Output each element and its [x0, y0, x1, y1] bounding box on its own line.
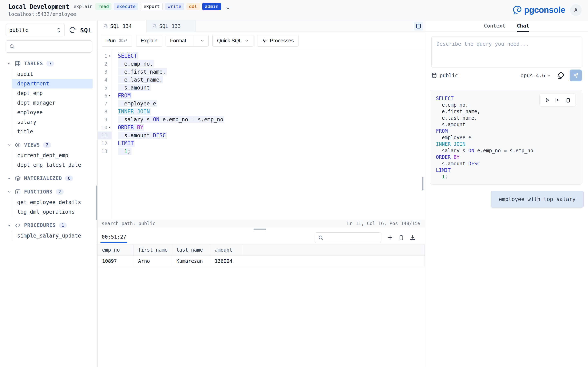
chat-prompt-input[interactable] — [432, 36, 582, 68]
tree-item-log-dml-operations[interactable]: log_dml_operations — [12, 207, 93, 217]
processes-label: Processes — [270, 38, 294, 44]
format-chevron-down-icon[interactable] — [196, 35, 208, 47]
quick-sql-button[interactable]: Quick SQL — [212, 35, 253, 47]
section-label: TABLES — [24, 61, 43, 67]
code-line: e.last_name, — [436, 115, 582, 121]
tree-item-current-dept-emp[interactable]: current_dept_emp — [12, 151, 93, 160]
insert-to-editor-icon[interactable] — [555, 97, 561, 103]
tree-item-salary[interactable]: salary — [12, 117, 93, 127]
gutter-line[interactable]: 12 — [98, 140, 112, 147]
code-line: salary s ON e.emp_no = s.emp_no — [118, 116, 425, 124]
tree-header-functions[interactable]: FUNCTIONS 2 — [0, 187, 98, 197]
tree-item-dept-emp-latest-date[interactable]: dept_emp_latest_date — [12, 160, 93, 170]
gutter-line[interactable]: 6▾ — [98, 92, 112, 100]
editor-toolbar: Run ⌘↵ Explain Format Quick SQL Processe… — [98, 32, 425, 49]
search-path-status: search_path: public — [102, 221, 155, 226]
gutter-line[interactable]: 9 — [98, 116, 112, 124]
column-header-emp-no[interactable]: emp_no — [98, 244, 134, 256]
gutter-line[interactable]: 4 — [98, 76, 112, 84]
column-header-filler — [242, 244, 425, 256]
format-button[interactable]: Format — [166, 35, 209, 47]
chat-schema-chip[interactable]: public — [432, 73, 458, 78]
fold-arrow-icon[interactable]: ▾ — [107, 124, 112, 132]
add-result-tab-icon[interactable] — [387, 234, 393, 241]
copy-results-icon[interactable] — [398, 234, 404, 241]
sql-mode-label[interactable]: SQL — [80, 27, 92, 34]
editor-gutter: 1▾23456▾78910▾111213 — [98, 49, 112, 219]
gutter-line[interactable]: 5 — [98, 84, 112, 92]
table-row[interactable]: 10897 Arno Kumaresan 136004 — [98, 256, 425, 267]
gutter-line[interactable]: 8 — [98, 108, 112, 116]
code-line: LIMIT — [118, 140, 425, 147]
tree-header-views[interactable]: VIEWS 2 — [0, 140, 98, 150]
clear-chat-button[interactable] — [557, 71, 565, 80]
tree-item-audit[interactable]: audit — [12, 69, 93, 79]
gutter-line[interactable]: 13 — [98, 147, 112, 155]
tree-item-title[interactable]: title — [12, 127, 93, 136]
refresh-icon[interactable] — [69, 26, 76, 34]
processes-button[interactable]: Processes — [257, 35, 298, 47]
cursor-position-status: Ln 11, Col 16, Pos 148/159 — [347, 221, 421, 226]
run-snippet-icon[interactable] — [544, 97, 550, 103]
column-header-amount[interactable]: amount — [210, 244, 242, 256]
format-label-part[interactable]: Format — [166, 35, 190, 47]
code-line: s.amount DESC — [118, 132, 425, 140]
code-line: ORDER BY — [436, 154, 582, 160]
badge-read: read — [95, 3, 112, 10]
pane-resize-handle[interactable] — [254, 229, 266, 230]
cell-amount[interactable]: 136004 — [210, 256, 242, 267]
tab-context[interactable]: Context — [484, 20, 505, 32]
gutter-line[interactable]: 1▾ — [98, 52, 112, 60]
column-header-last-name[interactable]: last_name — [172, 244, 210, 256]
result-timer-tab[interactable]: 00:51:27 — [100, 233, 127, 243]
section-label: FUNCTIONS — [24, 189, 52, 195]
tree-item-department[interactable]: department — [12, 79, 93, 89]
model-select[interactable]: opus-4.6 — [521, 73, 551, 78]
fold-arrow-icon[interactable]: ▾ — [107, 52, 112, 60]
copy-snippet-icon[interactable] — [565, 97, 571, 103]
connection-chevron-down-icon[interactable] — [225, 6, 231, 11]
code-line: 1; — [436, 174, 582, 180]
fold-arrow-icon[interactable]: ▾ — [107, 92, 112, 100]
sql-card-toolbar — [539, 94, 576, 107]
tree-item-dept-emp[interactable]: dept_emp — [12, 89, 93, 98]
sql-editor[interactable]: 1▾23456▾78910▾111213 SELECT e.emp_no, e.… — [98, 49, 425, 219]
gutter-line[interactable]: 10▾ — [98, 124, 112, 132]
sidebar-scrollbar[interactable] — [96, 185, 97, 220]
tree-item-get-employee-details[interactable]: get_employee_details — [12, 198, 93, 207]
gutter-line[interactable]: 11 — [98, 132, 112, 140]
section-label: VIEWS — [24, 142, 40, 148]
cell-last-name[interactable]: Kumaresan — [172, 256, 210, 267]
gutter-line[interactable]: 2 — [98, 60, 112, 68]
tree-item-simple-salary-update[interactable]: simple_salary_update — [12, 231, 93, 241]
split-panel-button[interactable] — [414, 22, 423, 31]
cell-first-name[interactable]: Arno — [134, 256, 172, 267]
tree-item-employee[interactable]: employee — [12, 108, 93, 117]
download-results-icon[interactable] — [410, 234, 416, 241]
pane-resize-band[interactable] — [98, 228, 425, 231]
tab-sql-133[interactable]: SQL 133 — [147, 20, 196, 32]
sidebar-search[interactable] — [6, 40, 92, 53]
tree-item-dept-manager[interactable]: dept_manager — [12, 98, 93, 108]
tab-chat[interactable]: Chat — [517, 20, 529, 32]
tree-header-tables[interactable]: TABLES 7 — [0, 58, 98, 69]
tree-header-procedures[interactable]: PROCEDURES 1 — [0, 220, 98, 231]
editor-code[interactable]: SELECT e.emp_no, e.first_name, e.last_na… — [112, 49, 425, 219]
send-button[interactable] — [570, 69, 582, 81]
user-avatar[interactable]: A — [570, 4, 582, 16]
gutter-line[interactable]: 7 — [98, 100, 112, 108]
tree-section-views: VIEWS 2 current_dept_emp dept_emp_latest… — [0, 140, 98, 170]
results-search-input[interactable] — [326, 235, 386, 240]
results-search[interactable] — [315, 233, 381, 243]
editor-scrollbar[interactable] — [422, 177, 424, 191]
cell-emp-no[interactable]: 10897 — [98, 256, 134, 267]
sidebar-search-input[interactable] — [17, 44, 88, 49]
schema-select[interactable]: public — [6, 24, 65, 36]
gutter-line[interactable]: 3 — [98, 68, 112, 76]
explain-button[interactable]: Explain — [136, 35, 162, 47]
run-button[interactable]: Run ⌘↵ — [102, 35, 132, 47]
tab-sql-134[interactable]: SQL 134 — [98, 20, 147, 32]
column-header-first-name[interactable]: first_name — [134, 244, 172, 256]
code-line: SELECT — [118, 52, 425, 60]
tree-header-materialized[interactable]: MATERIALIZED 0 — [0, 173, 98, 184]
